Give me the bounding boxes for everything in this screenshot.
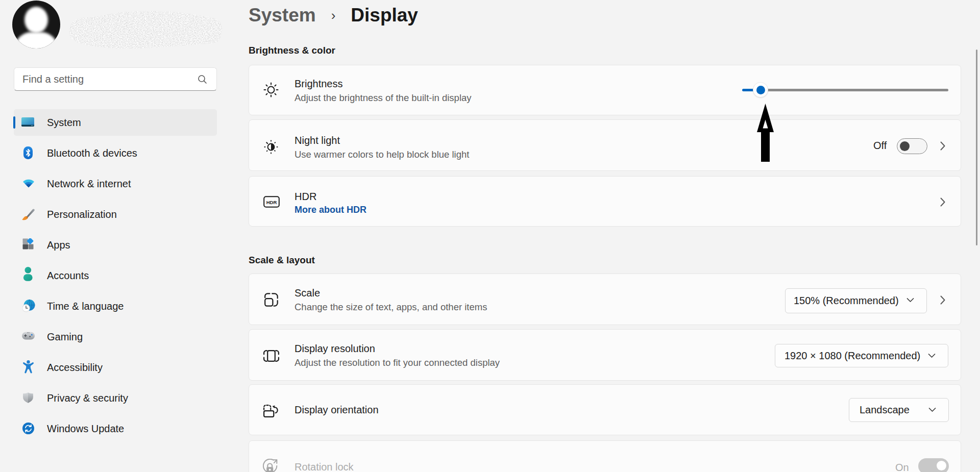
svg-text:HDR: HDR — [266, 200, 277, 205]
